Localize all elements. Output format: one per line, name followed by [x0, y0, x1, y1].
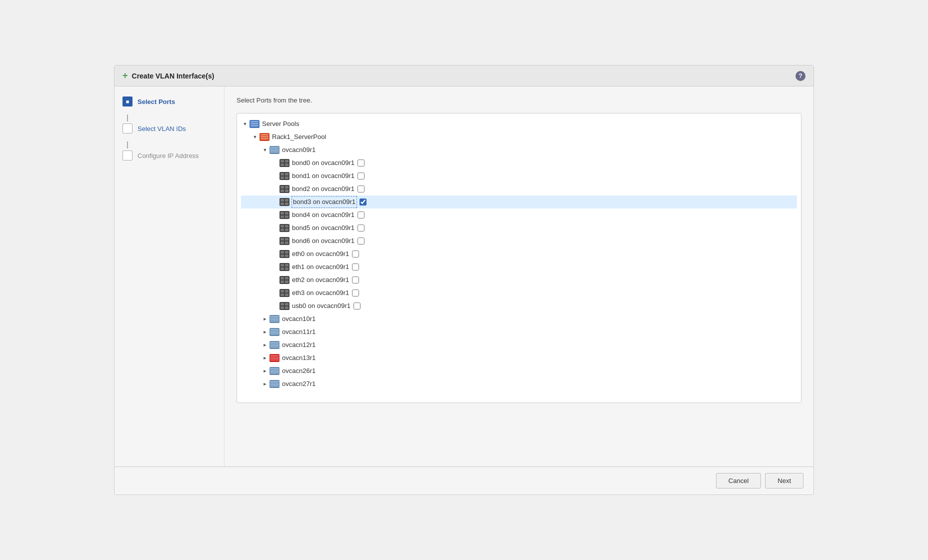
svg-rect-52	[285, 254, 288, 257]
tree-node-usb0: ► usb0 on ovcacn09r1	[241, 300, 797, 312]
ovcacn26r1-icon	[269, 366, 280, 376]
svg-rect-27	[285, 190, 288, 192]
svg-rect-30	[285, 199, 288, 202]
expand-ovcacn27r1[interactable]: ►	[261, 380, 269, 388]
expand-rack1[interactable]: ▼	[251, 133, 259, 141]
svg-rect-72	[285, 306, 288, 309]
instruction-text: Select Ports from the tree.	[236, 96, 802, 104]
svg-rect-91	[270, 358, 279, 359]
svg-rect-60	[285, 277, 288, 280]
svg-rect-32	[285, 202, 288, 205]
svg-rect-75	[270, 318, 279, 318]
tree-node-bond5: ► bond5 on ovcacn09r1	[241, 222, 797, 234]
cancel-button[interactable]: Cancel	[716, 473, 761, 488]
bond5-icon	[279, 224, 290, 232]
svg-rect-95	[270, 370, 279, 370]
svg-rect-20	[285, 173, 288, 176]
steps-sidebar: ■ Select Ports Select VLAN IDs Configure…	[114, 86, 224, 466]
eth0-icon	[279, 250, 290, 258]
expand-server-pools[interactable]: ▼	[241, 120, 249, 128]
step-configure-ip[interactable]: Configure IP Address	[122, 150, 216, 160]
svg-rect-77	[270, 320, 279, 322]
svg-rect-86	[270, 345, 279, 346]
ovcacn12r1-label: ovcacn12r1	[282, 340, 316, 350]
bond3-icon	[279, 198, 290, 206]
bond2-icon	[279, 184, 290, 194]
bond0-checkbox[interactable]	[358, 160, 364, 166]
bond1-checkbox[interactable]	[358, 172, 364, 180]
svg-rect-15	[285, 160, 288, 162]
step-label-configure-ip: Configure IP Address	[138, 152, 199, 160]
svg-rect-41	[280, 228, 284, 231]
expand-ovcacn09r1[interactable]: ▼	[261, 146, 269, 154]
main-content: Select Ports from the tree. ▼ Server Poo…	[224, 86, 814, 466]
expand-ovcacn26r1[interactable]: ►	[261, 367, 269, 375]
expand-ovcacn13r1[interactable]: ►	[261, 354, 269, 362]
step-select-ports[interactable]: ■ Select Ports	[122, 96, 216, 106]
tree-node-bond4: ► bond4 on ovcacn09r1	[241, 208, 797, 222]
step-connector-1	[127, 114, 128, 122]
bond2-checkbox[interactable]	[358, 186, 364, 192]
svg-rect-29	[280, 199, 284, 202]
usb0-checkbox[interactable]	[354, 302, 360, 310]
usb0-label: usb0 on ovcacn09r1	[292, 300, 350, 312]
svg-rect-59	[280, 277, 284, 280]
svg-rect-40	[285, 225, 288, 228]
usb0-icon	[279, 302, 290, 310]
tree-node-ovcacn13r1: ► ovcacn13r1	[241, 352, 797, 364]
svg-rect-44	[280, 238, 284, 240]
eth3-label: eth3 on ovcacn09r1	[292, 288, 349, 298]
svg-rect-71	[280, 306, 284, 309]
svg-rect-92	[270, 360, 279, 360]
bond5-label: bond5 on ovcacn09r1	[292, 222, 354, 234]
bond4-checkbox[interactable]	[358, 212, 364, 218]
ovcacn13r1-label: ovcacn13r1	[282, 352, 316, 364]
step-label-select-vlan-ids: Select VLAN IDs	[138, 125, 186, 132]
bond6-icon	[279, 236, 290, 246]
eth2-label: eth2 on ovcacn09r1	[292, 274, 349, 286]
step-indicator-select-ports: ■	[122, 96, 132, 106]
expand-ovcacn10r1[interactable]: ►	[261, 315, 269, 323]
expand-ovcacn11r1[interactable]: ►	[261, 328, 269, 336]
svg-rect-94	[270, 368, 279, 369]
ovcacn26r1-label: ovcacn26r1	[282, 366, 316, 376]
svg-rect-76	[270, 319, 279, 320]
ovcacn11r1-icon	[269, 328, 280, 336]
step-select-vlan-ids[interactable]: Select VLAN IDs	[122, 124, 216, 134]
eth0-label: eth0 on ovcacn09r1	[292, 248, 349, 260]
next-button[interactable]: Next	[765, 473, 804, 488]
bond6-checkbox[interactable]	[358, 238, 364, 244]
svg-rect-47	[285, 242, 288, 244]
svg-rect-11	[270, 150, 279, 151]
bond0-icon	[279, 158, 290, 168]
ovcacn10r1-label: ovcacn10r1	[282, 314, 316, 324]
eth0-checkbox[interactable]	[352, 250, 359, 258]
svg-rect-9	[270, 147, 279, 148]
bond5-checkbox[interactable]	[358, 224, 364, 232]
tree-container: ▼ Server Pools ▼	[236, 113, 802, 403]
rack1-icon	[259, 132, 270, 142]
help-icon[interactable]: ?	[796, 71, 806, 81]
ovcacn27r1-label: ovcacn27r1	[282, 378, 316, 390]
tree-node-eth1: ► eth1 on ovcacn09r1	[241, 260, 797, 274]
tree-node-bond0: ► bond0 on ovcacn09r1	[241, 156, 797, 170]
eth1-checkbox[interactable]	[352, 264, 359, 270]
eth1-icon	[279, 262, 290, 272]
eth2-checkbox[interactable]	[352, 276, 359, 284]
eth3-checkbox[interactable]	[352, 290, 359, 296]
svg-rect-74	[270, 316, 279, 317]
svg-rect-5	[260, 134, 268, 136]
svg-rect-10	[270, 148, 279, 150]
step-indicator-select-vlan-ids	[122, 124, 132, 134]
step-connector-2	[127, 142, 128, 148]
expand-ovcacn12r1[interactable]: ►	[261, 341, 269, 349]
dialog-title: + Create VLAN Interface(s)	[122, 70, 214, 81]
eth1-label: eth1 on ovcacn09r1	[292, 262, 349, 272]
svg-rect-55	[285, 264, 288, 266]
plus-icon: +	[122, 70, 128, 81]
svg-rect-51	[280, 254, 284, 257]
svg-rect-100	[270, 382, 279, 384]
tree-node-ovcacn27r1: ► ovcacn27r1	[241, 378, 797, 390]
svg-rect-16	[280, 164, 284, 166]
bond3-checkbox[interactable]	[360, 198, 366, 206]
